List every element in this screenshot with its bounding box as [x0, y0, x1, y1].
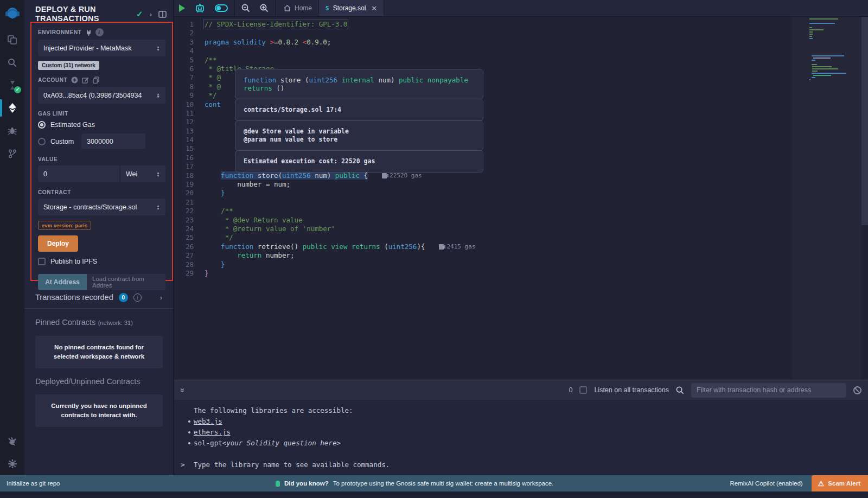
tab-home[interactable]: Home	[277, 0, 319, 16]
main-area: Home S Storage.sol ✕ 1// SPDX-License-Id…	[174, 0, 868, 475]
line-number: 20	[174, 189, 205, 197]
line-number: 6	[174, 65, 205, 73]
deployed-contracts-section: Deployed/Unpinned Contracts Currently yo…	[35, 377, 163, 427]
gas-limit-label: GAS LIMIT	[38, 111, 165, 117]
pinned-network-subtitle: (network: 31)	[98, 320, 133, 326]
listen-transactions-checkbox[interactable]	[579, 386, 587, 394]
tooltip-doc-dev: @dev Store value in variable	[244, 127, 475, 136]
line-number: 22	[174, 207, 205, 215]
value-input[interactable]: 0	[38, 165, 119, 182]
line-number: 9	[174, 91, 205, 100]
remix-logo[interactable]	[0, 0, 24, 28]
plugin-manager-icon[interactable]	[0, 430, 24, 452]
tab-storage-sol[interactable]: S Storage.sol ✕	[319, 0, 384, 16]
code-line: 3pragma solidity >=0.8.2 <0.9.0;	[174, 38, 475, 47]
code-line: 5/**	[174, 56, 475, 65]
estimated-gas-radio[interactable]: Estimated Gas	[38, 120, 165, 130]
icon-rail: ✓	[0, 0, 24, 475]
remix-ide-app: ✓ DEPLOY & RUN TRANSACTIONS	[0, 0, 868, 498]
terminal-library-item[interactable]: web3.js	[194, 416, 868, 427]
copy-address-icon[interactable]	[93, 76, 99, 84]
terminal-library-item: sol-gpt <your Solidity question here>	[194, 438, 868, 449]
add-account-icon[interactable]	[71, 76, 78, 84]
zoom-out-button[interactable]	[237, 0, 255, 16]
deploy-run-panel: DEPLOY & RUN TRANSACTIONS ✓ › ENVIRONMEN…	[24, 0, 174, 475]
plug-icon[interactable]	[86, 29, 92, 36]
line-number: 4	[174, 47, 205, 55]
git-init-status[interactable]: Initialize as git repo	[0, 480, 60, 487]
code-line: 1// SPDX-License-Identifier: GPL-3.0	[174, 20, 475, 29]
network-badge: Custom (31) network	[38, 61, 99, 70]
code-line: 22 /**	[174, 207, 475, 215]
deploy-button[interactable]: Deploy	[38, 235, 78, 252]
chevron-updown-icon: ▲▼	[156, 46, 160, 51]
bottom-strip	[0, 491, 868, 498]
environment-info-icon[interactable]: i	[95, 28, 104, 36]
search-icon[interactable]	[0, 51, 24, 74]
zoom-out-icon	[241, 4, 250, 12]
terminal-hint: Type the library name to see available c…	[194, 459, 868, 470]
terminal-library-item[interactable]: ethers.js	[194, 427, 868, 438]
transaction-filter-input[interactable]: Filter with transaction hash or address	[691, 383, 846, 398]
terminal-body: The following libraries are accessible: …	[174, 400, 868, 470]
value-unit-select[interactable]: Wei ▲▼	[120, 165, 165, 182]
account-select[interactable]: 0xA03...85ac4 (0.398673504934 ▲▼	[38, 87, 165, 104]
settings-icon[interactable]	[0, 452, 24, 475]
lightbulb-icon	[276, 481, 280, 487]
code-line: 27 return number;	[174, 251, 475, 260]
collapse-panel-icon[interactable]: ›	[150, 10, 152, 18]
zoom-in-icon	[260, 4, 269, 12]
minimap[interactable]	[792, 17, 861, 380]
line-number: 8	[174, 82, 205, 91]
chevron-right-icon[interactable]: ›	[160, 293, 162, 302]
line-number: 29	[174, 269, 205, 278]
tooltip-location: contracts/Storage.sol 17:4	[244, 106, 475, 114]
transactions-recorded-label: Transactions recorded	[35, 293, 113, 302]
robot-icon	[195, 4, 205, 13]
custom-gas-input[interactable]: 3000000	[81, 133, 145, 149]
toggle-on-icon	[215, 4, 228, 12]
run-script-button[interactable]	[174, 0, 190, 16]
code-line: 18 function store(uint256 num) public {2…	[174, 171, 475, 180]
custom-gas-radio[interactable]: Custom	[38, 137, 74, 146]
file-explorer-icon[interactable]	[0, 28, 24, 51]
transactions-info-icon[interactable]: i	[133, 293, 142, 302]
play-icon	[179, 4, 185, 12]
terminal-prompt[interactable]: >	[181, 461, 185, 469]
terminal-tx-count: 0	[569, 386, 573, 394]
debugger-icon[interactable]	[0, 119, 24, 142]
deploy-run-icon[interactable]	[0, 97, 24, 119]
code-editor[interactable]: 1// SPDX-License-Identifier: GPL-3.023pr…	[174, 17, 868, 380]
transactions-recorded-row[interactable]: Transactions recorded 0 i ›	[24, 288, 173, 307]
compile-success-badge: ✓	[14, 86, 21, 93]
chevron-updown-icon: ▲▼	[156, 93, 160, 98]
checkbox-icon	[38, 258, 46, 265]
line-number: 1	[174, 20, 205, 29]
expand-terminal-icon[interactable]: »	[178, 388, 188, 392]
tooltip-doc-param: @param num value to store	[244, 136, 475, 144]
pinned-contracts-title: Pinned Contracts	[35, 318, 95, 327]
pin-panel-icon[interactable]	[158, 11, 167, 18]
pinned-empty-message: No pinned contracts found for selected w…	[35, 336, 163, 368]
close-tab-icon[interactable]: ✕	[371, 4, 377, 12]
scam-alert-button[interactable]: ⚠ Scam Alert	[812, 475, 868, 491]
copilot-status[interactable]: RemixAI Copilot (enabled)	[730, 480, 802, 487]
chevron-updown-icon: ▲▼	[156, 205, 160, 210]
solidity-compiler-icon[interactable]: ✓	[0, 74, 24, 97]
git-icon[interactable]	[0, 142, 24, 165]
line-number: 26	[174, 242, 205, 251]
sign-message-icon[interactable]	[82, 76, 89, 84]
editor-scrollbar[interactable]	[861, 17, 868, 225]
line-number: 17	[174, 162, 205, 171]
zoom-in-button[interactable]	[255, 0, 273, 16]
environment-select[interactable]: Injected Provider - MetaMask ▲▼	[38, 40, 165, 56]
minimap-content	[809, 18, 847, 89]
publish-ipfs-checkbox-row[interactable]: Publish to IPFS	[38, 258, 165, 265]
contract-select[interactable]: Storage - contracts/Storage.sol ▲▼	[38, 199, 165, 215]
code-line: 29}	[174, 269, 475, 278]
clear-console-icon[interactable]	[853, 386, 861, 394]
radio-unselected-icon	[38, 138, 46, 145]
copilot-toggle[interactable]	[210, 0, 233, 16]
remix-ai-assistant-button[interactable]	[190, 0, 210, 16]
compile-check-icon: ✓	[136, 9, 143, 19]
